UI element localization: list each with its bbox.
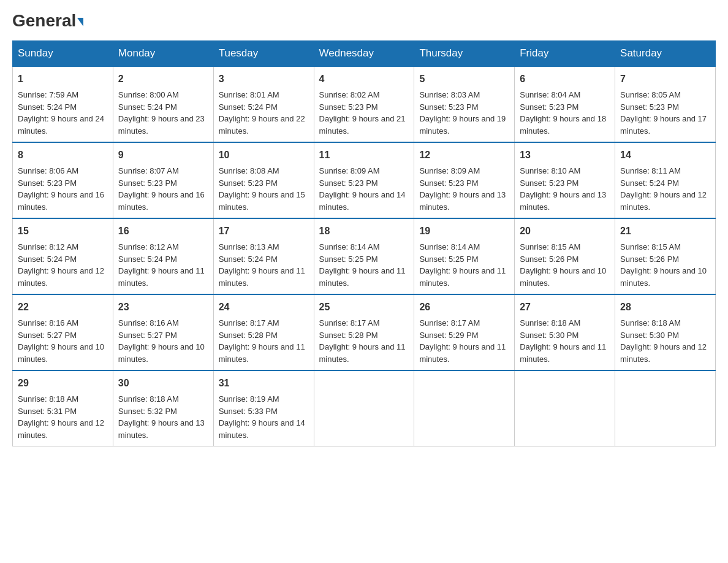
sunrise-text: Sunrise: 8:17 AM	[419, 318, 480, 327]
day-number: 2	[118, 72, 208, 86]
calendar-cell: 3Sunrise: 8:01 AMSunset: 5:24 PMDaylight…	[213, 66, 314, 142]
sunrise-text: Sunrise: 8:09 AM	[419, 166, 480, 175]
daylight-text: Daylight: 9 hours and 24 minutes.	[18, 114, 104, 136]
sunrise-text: Sunrise: 8:17 AM	[319, 318, 380, 327]
daylight-text: Daylight: 9 hours and 17 minutes.	[620, 114, 707, 136]
daylight-text: Daylight: 9 hours and 23 minutes.	[118, 114, 205, 136]
sunrise-text: Sunrise: 8:00 AM	[118, 90, 179, 99]
sunset-text: Sunset: 5:23 PM	[118, 178, 177, 188]
sunrise-text: Sunrise: 8:04 AM	[520, 90, 580, 99]
day-number: 14	[620, 148, 710, 163]
calendar-cell: 4Sunrise: 8:02 AMSunset: 5:23 PMDaylight…	[314, 66, 414, 142]
day-number: 3	[219, 72, 309, 86]
calendar-cell: 13Sunrise: 8:10 AMSunset: 5:23 PMDayligh…	[515, 142, 615, 218]
sunset-text: Sunset: 5:33 PM	[219, 407, 278, 416]
sunrise-text: Sunrise: 8:05 AM	[620, 90, 681, 99]
week-row-2: 8Sunrise: 8:06 AMSunset: 5:23 PMDaylight…	[13, 142, 716, 218]
calendar-cell: 22Sunrise: 8:16 AMSunset: 5:27 PMDayligh…	[13, 294, 113, 370]
sunrise-text: Sunrise: 8:09 AM	[319, 166, 380, 175]
sunset-text: Sunset: 5:26 PM	[620, 255, 679, 264]
calendar-cell: 5Sunrise: 8:03 AMSunset: 5:23 PMDaylight…	[414, 66, 515, 142]
calendar-cell: 11Sunrise: 8:09 AMSunset: 5:23 PMDayligh…	[314, 142, 414, 218]
calendar-cell: 9Sunrise: 8:07 AMSunset: 5:23 PMDaylight…	[113, 142, 213, 218]
sunset-text: Sunset: 5:30 PM	[520, 331, 578, 340]
daylight-text: Daylight: 9 hours and 21 minutes.	[319, 114, 406, 136]
col-header-sunday: Sunday	[13, 41, 113, 67]
sunrise-text: Sunrise: 8:11 AM	[620, 166, 681, 175]
sunrise-text: Sunrise: 8:08 AM	[219, 166, 279, 175]
sunset-text: Sunset: 5:24 PM	[118, 102, 177, 112]
calendar-cell: 2Sunrise: 8:00 AMSunset: 5:24 PMDaylight…	[113, 66, 213, 142]
daylight-text: Daylight: 9 hours and 12 minutes.	[18, 266, 104, 288]
sunrise-text: Sunrise: 8:13 AM	[219, 242, 279, 251]
sunset-text: Sunset: 5:24 PM	[219, 102, 278, 112]
calendar-cell: 21Sunrise: 8:15 AMSunset: 5:26 PMDayligh…	[615, 218, 716, 294]
day-number: 8	[18, 148, 108, 163]
page-header: General	[12, 12, 716, 28]
sunrise-text: Sunrise: 8:18 AM	[520, 318, 580, 327]
calendar-cell: 28Sunrise: 8:18 AMSunset: 5:30 PMDayligh…	[615, 294, 716, 370]
day-number: 17	[219, 224, 309, 239]
day-number: 12	[419, 148, 509, 163]
col-header-friday: Friday	[515, 41, 615, 67]
daylight-text: Daylight: 9 hours and 10 minutes.	[520, 266, 606, 288]
daylight-text: Daylight: 9 hours and 16 minutes.	[118, 190, 205, 212]
sunset-text: Sunset: 5:23 PM	[419, 102, 478, 112]
sunset-text: Sunset: 5:27 PM	[118, 331, 177, 340]
calendar-cell: 6Sunrise: 8:04 AMSunset: 5:23 PMDaylight…	[515, 66, 615, 142]
sunset-text: Sunset: 5:29 PM	[419, 331, 478, 340]
sunrise-text: Sunrise: 8:19 AM	[219, 394, 279, 404]
daylight-text: Daylight: 9 hours and 14 minutes.	[219, 418, 305, 440]
sunset-text: Sunset: 5:26 PM	[520, 255, 578, 264]
sunrise-text: Sunrise: 8:15 AM	[620, 242, 681, 251]
sunset-text: Sunset: 5:31 PM	[18, 407, 77, 416]
col-header-wednesday: Wednesday	[314, 41, 414, 67]
sunset-text: Sunset: 5:25 PM	[319, 255, 378, 264]
sunset-text: Sunset: 5:30 PM	[620, 331, 679, 340]
calendar-cell	[615, 370, 716, 446]
day-number: 11	[319, 148, 409, 163]
calendar-cell: 19Sunrise: 8:14 AMSunset: 5:25 PMDayligh…	[414, 218, 515, 294]
sunset-text: Sunset: 5:23 PM	[219, 178, 278, 188]
calendar-cell: 24Sunrise: 8:17 AMSunset: 5:28 PMDayligh…	[213, 294, 314, 370]
calendar-cell: 29Sunrise: 8:18 AMSunset: 5:31 PMDayligh…	[13, 370, 113, 446]
daylight-text: Daylight: 9 hours and 12 minutes.	[620, 342, 707, 364]
calendar-cell: 14Sunrise: 8:11 AMSunset: 5:24 PMDayligh…	[615, 142, 716, 218]
sunset-text: Sunset: 5:23 PM	[18, 178, 77, 188]
sunrise-text: Sunrise: 8:01 AM	[219, 90, 279, 99]
day-number: 7	[620, 72, 710, 86]
sunset-text: Sunset: 5:23 PM	[620, 102, 679, 112]
daylight-text: Daylight: 9 hours and 16 minutes.	[18, 190, 104, 212]
day-number: 10	[219, 148, 309, 163]
day-number: 30	[118, 376, 208, 391]
daylight-text: Daylight: 9 hours and 11 minutes.	[118, 266, 205, 288]
calendar-cell: 25Sunrise: 8:17 AMSunset: 5:28 PMDayligh…	[314, 294, 414, 370]
calendar-cell	[515, 370, 615, 446]
sunset-text: Sunset: 5:24 PM	[18, 102, 77, 112]
daylight-text: Daylight: 9 hours and 18 minutes.	[520, 114, 606, 136]
day-number: 16	[118, 224, 208, 239]
day-number: 31	[219, 376, 309, 391]
sunrise-text: Sunrise: 8:14 AM	[319, 242, 380, 251]
sunset-text: Sunset: 5:28 PM	[319, 331, 378, 340]
daylight-text: Daylight: 9 hours and 12 minutes.	[18, 418, 104, 440]
daylight-text: Daylight: 9 hours and 11 minutes.	[419, 266, 506, 288]
sunrise-text: Sunrise: 8:14 AM	[419, 242, 480, 251]
col-header-thursday: Thursday	[414, 41, 515, 67]
day-number: 1	[18, 72, 108, 86]
daylight-text: Daylight: 9 hours and 13 minutes.	[520, 190, 606, 212]
day-number: 28	[620, 300, 710, 315]
sunrise-text: Sunrise: 8:03 AM	[419, 90, 480, 99]
daylight-text: Daylight: 9 hours and 10 minutes.	[18, 342, 104, 364]
day-number: 21	[620, 224, 710, 239]
day-number: 26	[419, 300, 509, 315]
col-header-monday: Monday	[113, 41, 213, 67]
sunset-text: Sunset: 5:27 PM	[18, 331, 77, 340]
daylight-text: Daylight: 9 hours and 12 minutes.	[620, 190, 707, 212]
daylight-text: Daylight: 9 hours and 11 minutes.	[219, 266, 305, 288]
calendar-header-row: SundayMondayTuesdayWednesdayThursdayFrid…	[13, 41, 716, 67]
sunset-text: Sunset: 5:28 PM	[219, 331, 278, 340]
sunset-text: Sunset: 5:23 PM	[419, 178, 478, 188]
calendar-cell: 7Sunrise: 8:05 AMSunset: 5:23 PMDaylight…	[615, 66, 716, 142]
day-number: 6	[520, 72, 610, 86]
